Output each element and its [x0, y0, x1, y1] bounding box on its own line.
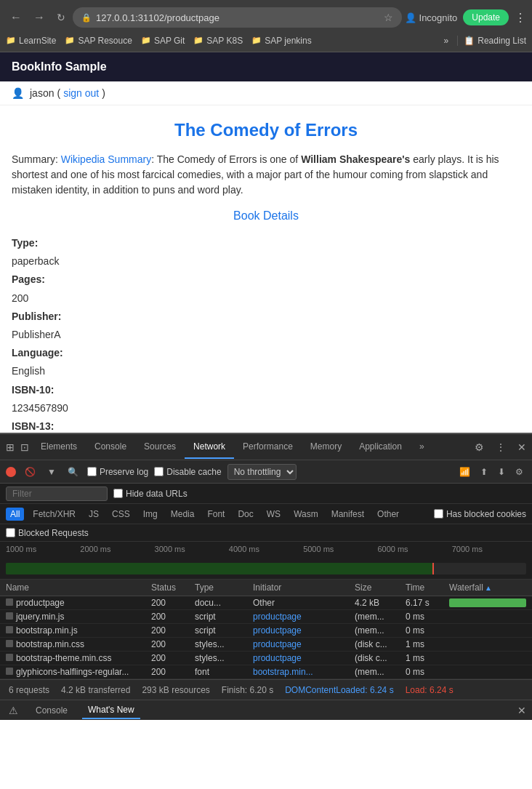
- type-btn-css[interactable]: CSS: [108, 508, 134, 521]
- filter-button[interactable]: ▼: [44, 465, 59, 478]
- preserve-log-text: Preserve log: [100, 467, 148, 477]
- type-btn-img[interactable]: Img: [139, 508, 162, 521]
- blocked-requests-checkbox[interactable]: [6, 528, 15, 537]
- type-btn-other[interactable]: Other: [373, 508, 403, 521]
- table-row[interactable]: productpage 200 docu... Other 4.2 kB 6.1…: [0, 596, 532, 610]
- bookmarks-overflow-button[interactable]: »: [444, 36, 449, 46]
- col-name[interactable]: Name: [6, 582, 151, 593]
- cell-type: script: [195, 612, 253, 622]
- disable-cache-text: Disable cache: [166, 467, 221, 477]
- author-name: William Shakespeare's: [301, 153, 410, 165]
- col-initiator[interactable]: Initiator: [253, 582, 355, 593]
- cell-initiator: productpage: [253, 639, 355, 649]
- type-btn-js[interactable]: JS: [84, 508, 103, 521]
- bookmark-star-icon[interactable]: ☆: [384, 12, 393, 23]
- tab-overflow[interactable]: »: [411, 436, 433, 459]
- disable-cache-label[interactable]: Disable cache: [154, 467, 221, 477]
- console-bottom-tab[interactable]: Console: [30, 702, 73, 718]
- cell-size: 4.2 kB: [355, 598, 406, 608]
- tab-application[interactable]: Application: [350, 436, 411, 459]
- preserve-log-label[interactable]: Preserve log: [87, 467, 148, 477]
- has-blocked-cookies-text: Has blocked cookies: [446, 509, 526, 519]
- type-filter-bar: All Fetch/XHR JS CSS Img Media Font Doc …: [0, 504, 532, 524]
- bookmark-sap-jenkins[interactable]: 📁 SAP jenkins: [251, 36, 311, 46]
- console-close-icon[interactable]: ✕: [517, 705, 526, 716]
- hide-data-urls-label[interactable]: Hide data URLs: [113, 489, 188, 499]
- bookmark-learnsite[interactable]: 📁 LearnSite: [6, 36, 56, 46]
- throttle-select[interactable]: No throttling: [227, 464, 297, 480]
- type-btn-wasm[interactable]: Wasm: [289, 508, 323, 521]
- clear-button[interactable]: 🚫: [22, 465, 39, 478]
- blocked-requests-label[interactable]: Blocked Requests: [6, 528, 89, 538]
- table-row[interactable]: jquery.min.js 200 script productpage (me…: [0, 610, 532, 624]
- wikipedia-link[interactable]: Wikipedia Summary: [61, 153, 151, 165]
- col-status[interactable]: Status: [151, 582, 195, 593]
- type-btn-fetch-xhr[interactable]: Fetch/XHR: [28, 508, 80, 521]
- bookmark-sap-k8s[interactable]: 📁 SAP K8S: [193, 36, 243, 46]
- hide-data-urls-checkbox[interactable]: [113, 489, 123, 498]
- col-type[interactable]: Type: [195, 582, 253, 593]
- bookmark-folder-icon: 📁: [6, 36, 16, 45]
- pages-row: Pages:: [12, 271, 520, 289]
- devtools-more-icon[interactable]: ⋮: [493, 440, 509, 454]
- devtools-close-icon[interactable]: ✕: [515, 440, 529, 454]
- disable-cache-checkbox[interactable]: [154, 467, 164, 476]
- tab-elements[interactable]: Elements: [32, 436, 86, 459]
- bookmark-sap-git-label: SAP Git: [154, 36, 185, 46]
- table-row[interactable]: bootstrap-theme.min.css 200 styles... pr…: [0, 652, 532, 665]
- type-btn-media[interactable]: Media: [166, 508, 199, 521]
- bookmarks-bar: 📁 LearnSite 📁 SAP Resouce 📁 SAP Git 📁 SA…: [0, 29, 532, 52]
- tab-sources[interactable]: Sources: [135, 436, 185, 459]
- devtools-settings-icon[interactable]: ⚙: [472, 440, 487, 454]
- user-icon: 👤: [12, 87, 24, 99]
- table-row[interactable]: glyphicons-halflings-regular... 200 font…: [0, 665, 532, 679]
- col-size[interactable]: Size: [355, 582, 406, 593]
- tab-performance[interactable]: Performance: [234, 436, 302, 459]
- type-row: Type:: [12, 234, 520, 252]
- tab-console[interactable]: Console: [86, 436, 135, 459]
- type-btn-font[interactable]: Font: [203, 508, 229, 521]
- book-details-link[interactable]: Book Details: [12, 209, 520, 223]
- type-btn-ws[interactable]: WS: [262, 508, 285, 521]
- col-time[interactable]: Time: [406, 582, 449, 593]
- cell-name: productpage: [6, 598, 151, 608]
- bookmark-sap-resource[interactable]: 📁 SAP Resouce: [65, 36, 132, 46]
- update-button[interactable]: Update: [463, 9, 509, 25]
- record-button[interactable]: [6, 467, 16, 477]
- search-button[interactable]: 🔍: [65, 465, 81, 478]
- filter-input[interactable]: [6, 486, 108, 501]
- bookmark-sap-git[interactable]: 📁 SAP Git: [141, 36, 185, 46]
- timeline-label-4000: 4000 ms: [229, 545, 303, 553]
- browser-more-icon[interactable]: ⋮: [515, 11, 526, 25]
- tab-memory[interactable]: Memory: [302, 436, 350, 459]
- inspect-element-button[interactable]: ⊞: [3, 440, 17, 454]
- sign-out-link[interactable]: sign out: [63, 87, 99, 99]
- type-btn-all[interactable]: All: [6, 508, 24, 521]
- back-button[interactable]: ←: [6, 9, 26, 25]
- network-condition-icon[interactable]: 📶: [456, 465, 473, 478]
- type-btn-doc[interactable]: Doc: [233, 508, 257, 521]
- timeline-label-5000: 5000 ms: [303, 545, 377, 553]
- network-settings-icon[interactable]: ⚙: [512, 465, 526, 478]
- has-blocked-cookies-label[interactable]: Has blocked cookies: [434, 509, 526, 519]
- transferred-size: 4.2 kB transferred: [61, 685, 130, 695]
- table-row[interactable]: bootstrap.min.css 200 styles... productp…: [0, 638, 532, 652]
- forward-button[interactable]: →: [29, 9, 49, 25]
- device-toggle-button[interactable]: ⊡: [17, 440, 32, 454]
- table-row[interactable]: bootstrap.min.js 200 script productpage …: [0, 624, 532, 638]
- cell-status: 200: [151, 639, 195, 649]
- tab-network[interactable]: Network: [185, 436, 234, 459]
- reading-list-button[interactable]: 📋 Reading List: [457, 36, 526, 46]
- cell-size: (mem...: [355, 625, 406, 636]
- col-waterfall[interactable]: Waterfall ▲: [449, 582, 526, 593]
- bookmark-folder-icon-3: 📁: [141, 36, 151, 45]
- summary-prefix: Summary:: [12, 153, 61, 165]
- preserve-log-checkbox[interactable]: [87, 467, 97, 476]
- address-bar[interactable]: 🔒 127.0.0.1:31102/productpage ☆: [73, 7, 402, 28]
- import-button[interactable]: ⬆: [477, 465, 491, 478]
- export-button[interactable]: ⬇: [495, 465, 508, 478]
- whats-new-tab[interactable]: What's New: [82, 702, 140, 719]
- has-blocked-cookies-checkbox[interactable]: [434, 509, 443, 518]
- refresh-button[interactable]: ↻: [52, 10, 70, 25]
- type-btn-manifest[interactable]: Manifest: [327, 508, 368, 521]
